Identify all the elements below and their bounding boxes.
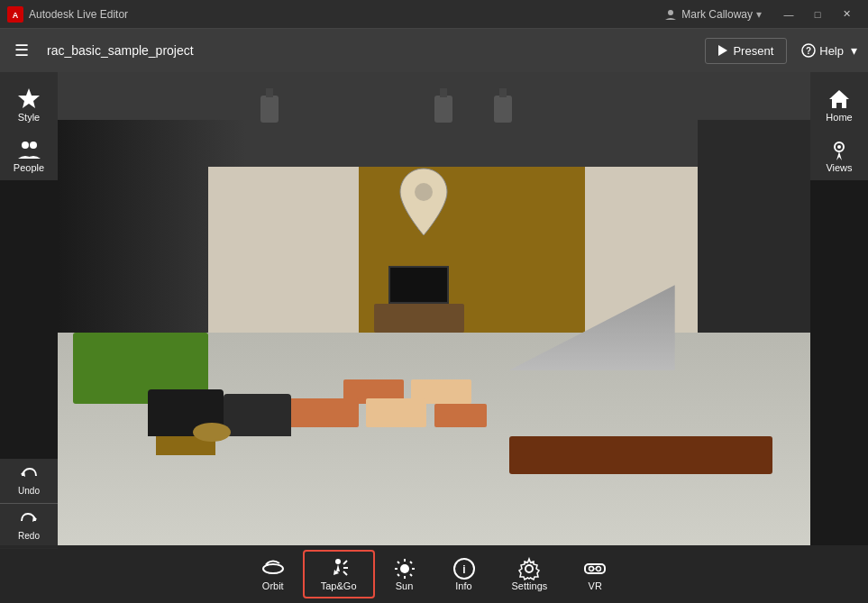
- ottoman-3: [284, 398, 360, 427]
- undo-label: Undo: [18, 486, 40, 496]
- svg-point-2: [668, 10, 673, 15]
- settings-icon: [517, 557, 541, 580]
- svg-point-19: [400, 564, 409, 573]
- user-dropdown-arrow: ▾: [756, 8, 762, 21]
- sidebar-style-label: Style: [18, 112, 40, 123]
- svg-point-9: [837, 145, 841, 149]
- svg-line-18: [343, 571, 347, 575]
- tapgo-tool[interactable]: Tap&Go: [303, 550, 375, 598]
- tv-screen: [388, 266, 449, 304]
- orbit-icon: [261, 557, 285, 580]
- ottoman-5: [434, 404, 487, 427]
- redo-icon: [19, 511, 39, 531]
- vr-label: VR: [589, 580, 602, 591]
- orbit-tool[interactable]: Orbit: [243, 550, 303, 598]
- tapgo-label: Tap&Go: [321, 580, 357, 591]
- undo-button[interactable]: Undo: [0, 459, 58, 504]
- user-menu[interactable]: Mark Calloway ▾: [659, 6, 767, 23]
- right-sidebar: Home Views: [810, 72, 868, 180]
- info-label: Info: [455, 580, 471, 591]
- bottom-toolbar: Orbit Tap&Go Sun i: [0, 545, 868, 603]
- info-tool[interactable]: i Info: [434, 550, 494, 598]
- svg-point-32: [589, 567, 594, 571]
- svg-point-10: [415, 183, 433, 201]
- sidebar-item-people[interactable]: People: [0, 130, 58, 180]
- people-icon: [16, 137, 41, 162]
- close-button[interactable]: ✕: [832, 4, 861, 25]
- room-scene: [58, 72, 810, 545]
- title-bar: A Autodesk Live Editor Mark Calloway ▾ —…: [0, 0, 868, 29]
- maximize-button[interactable]: □: [803, 4, 832, 25]
- svg-point-30: [525, 565, 533, 572]
- sun-label: Sun: [396, 580, 414, 591]
- vr-tool[interactable]: VR: [565, 550, 625, 598]
- undo-redo-panel: Undo Redo: [0, 459, 58, 549]
- help-icon: ?: [801, 43, 816, 58]
- sidebar-item-home[interactable]: Home: [810, 79, 868, 130]
- window-controls: — □ ✕: [774, 4, 861, 25]
- toolbar: ☰ rac_basic_sample_project Present ? Hel…: [0, 29, 868, 72]
- ceiling-light-3: [494, 96, 512, 123]
- sidebar-views-label: Views: [826, 162, 852, 173]
- settings-label: Settings: [512, 580, 548, 591]
- sidebar-item-views[interactable]: Views: [810, 130, 868, 180]
- toolbar-dropdown-arrow[interactable]: ▾: [851, 43, 857, 58]
- tv-cabinet: [374, 304, 464, 333]
- svg-text:?: ?: [806, 46, 811, 56]
- undo-icon: [19, 466, 39, 486]
- project-name: rac_basic_sample_project: [47, 43, 705, 58]
- redo-button[interactable]: Redo: [0, 504, 58, 549]
- sidebar-home-label: Home: [826, 112, 852, 123]
- left-sidebar: Style People: [0, 72, 58, 180]
- svg-point-6: [22, 142, 29, 149]
- viewport[interactable]: [58, 72, 810, 545]
- ceiling-light-2: [434, 96, 452, 123]
- svg-point-15: [335, 559, 341, 564]
- side-table: [193, 423, 231, 442]
- svg-line-26: [410, 562, 412, 563]
- info-icon: i: [452, 557, 476, 580]
- ottoman-4: [366, 398, 426, 427]
- sofa-main: [509, 436, 772, 474]
- sun-tool[interactable]: Sun: [375, 550, 434, 598]
- ceiling-light-1: [260, 96, 279, 123]
- present-button[interactable]: Present: [705, 38, 787, 64]
- chair-2: [224, 394, 291, 436]
- play-icon: [718, 45, 727, 56]
- svg-line-27: [397, 574, 399, 576]
- user-name: Mark Calloway: [681, 8, 753, 21]
- home-icon: [827, 87, 852, 112]
- help-button[interactable]: ? Help: [801, 43, 844, 58]
- svg-text:i: i: [462, 563, 465, 576]
- user-icon: [664, 8, 677, 21]
- vr-icon: [583, 557, 607, 580]
- sidebar-people-label: People: [14, 162, 44, 173]
- sidebar-item-style[interactable]: Style: [0, 79, 58, 130]
- app-title: Autodesk Live Editor: [29, 8, 659, 21]
- settings-tool[interactable]: Settings: [494, 550, 566, 598]
- hamburger-menu-icon[interactable]: ☰: [11, 37, 32, 64]
- sun-icon: [393, 557, 416, 580]
- present-label: Present: [733, 44, 773, 58]
- help-label: Help: [819, 44, 844, 58]
- app-logo-icon: A: [7, 6, 23, 23]
- svg-line-24: [397, 562, 399, 563]
- svg-point-7: [30, 142, 37, 149]
- location-pin-icon: [397, 167, 451, 239]
- style-icon: [16, 87, 41, 112]
- tapgo-icon: [327, 557, 351, 580]
- svg-line-16: [343, 561, 347, 564]
- views-icon: [827, 137, 852, 162]
- svg-line-25: [410, 574, 412, 576]
- svg-text:A: A: [13, 11, 19, 20]
- svg-marker-5: [18, 88, 40, 108]
- minimize-button[interactable]: —: [774, 4, 803, 25]
- svg-point-13: [263, 564, 283, 573]
- svg-point-33: [597, 567, 601, 571]
- orbit-label: Orbit: [262, 580, 284, 591]
- redo-label: Redo: [18, 531, 40, 541]
